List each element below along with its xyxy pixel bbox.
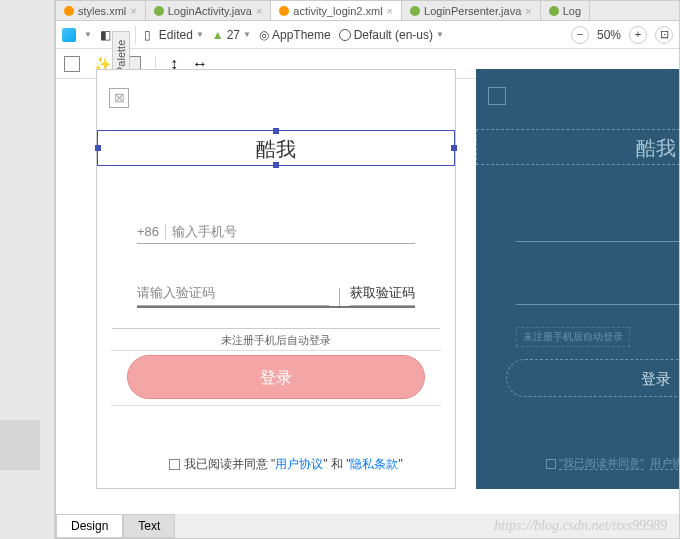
zoom-value: 50%	[597, 28, 621, 42]
text-tab[interactable]: Text	[123, 514, 175, 538]
phone-input-outline[interactable]	[516, 241, 679, 242]
theme-dropdown[interactable]: ◎AppTheme	[259, 28, 331, 42]
privacy-link[interactable]: 隐私条款	[350, 457, 398, 471]
missing-image-icon[interactable]	[488, 87, 506, 105]
xml-file-icon	[64, 6, 74, 16]
agree-mid: " 和 "	[323, 457, 350, 471]
user-protocol-link[interactable]: 用户协议	[275, 457, 323, 471]
verify-code-row: 请输入验证码 获取验证码	[137, 280, 415, 308]
login-button[interactable]: 登录	[127, 355, 425, 399]
theme-icon: ◎	[259, 28, 269, 42]
file-tab-loginactivity[interactable]: LoginActivity.java×	[146, 1, 272, 20]
auto-register-hint: 未注册手机后自动登录	[112, 328, 440, 348]
design-toolbar: ▼ ◧▼ ▯ Edited▼ ▲27▼ ◎AppTheme Default (e…	[56, 21, 679, 49]
agree-suffix: "	[398, 457, 402, 471]
phone-input[interactable]: +86 输入手机号	[137, 220, 415, 244]
title-text: 酷我	[256, 138, 296, 160]
login-label: 登录	[641, 370, 671, 387]
zoom-in-button[interactable]: +	[629, 26, 647, 44]
file-tab-activitylogin2[interactable]: activity_login2.xml×	[271, 1, 402, 20]
editor-mode-tabs: Design Text https://blog.csdn.net/ttxs99…	[56, 514, 679, 538]
get-code-button[interactable]: 获取验证码	[350, 284, 415, 306]
api-dropdown[interactable]: ▲27▼	[212, 28, 251, 42]
title-textview[interactable]: 酷我	[476, 129, 679, 165]
selection-handle[interactable]	[451, 145, 457, 151]
selection-handle[interactable]	[95, 145, 101, 151]
agree-checkbox[interactable]	[546, 459, 556, 469]
close-icon[interactable]: ×	[130, 5, 136, 17]
device-preview[interactable]: ⊠ 酷我 +86 输入手机号 请输入验证码 获取验证码 未注册手机后自动登录 登…	[96, 69, 456, 489]
java-file-icon	[410, 6, 420, 16]
watermark-text: https://blog.csdn.net/ttxs99989	[494, 518, 667, 534]
code-input-outline[interactable]	[516, 304, 679, 305]
chevron-down-icon: ▼	[196, 30, 204, 39]
file-tab-loginpresenter[interactable]: LoginPersenter.java×	[402, 1, 541, 20]
gutter-block	[0, 420, 40, 470]
separator	[339, 288, 340, 306]
phone-placeholder: 输入手机号	[172, 223, 237, 241]
theme-value: AppTheme	[272, 28, 331, 42]
zoom-fit-button[interactable]: ⊡	[655, 26, 673, 44]
file-tab-bar: styles.xml× LoginActivity.java× activity…	[56, 1, 679, 21]
globe-icon	[339, 29, 351, 41]
close-icon[interactable]: ×	[256, 5, 262, 17]
agreement-row: 我已阅读并同意 "用户协议" 和 "隐私条款"	[147, 456, 425, 473]
java-file-icon	[549, 6, 559, 16]
close-icon[interactable]: ×	[525, 5, 531, 17]
agree-text: 我已阅读并同意 "	[184, 457, 276, 471]
code-placeholder: 请输入验证码	[137, 285, 215, 300]
file-tab-styles[interactable]: styles.xml×	[56, 1, 146, 20]
file-tab-label: styles.xml	[78, 5, 126, 17]
edited-label: Edited	[159, 28, 193, 42]
title-textview[interactable]: 酷我	[97, 130, 455, 166]
file-tab-label: activity_login2.xml	[293, 5, 382, 17]
get-code-label: 获取验证码	[350, 285, 415, 300]
file-tab-label: LoginPersenter.java	[424, 5, 521, 17]
surface-select-icon[interactable]	[62, 28, 76, 42]
blueprint-preview[interactable]: 酷我 未注册手机后自动登录 登录 "我已阅读并同意" 用户协	[476, 69, 679, 489]
design-canvas[interactable]: ⊠ 酷我 +86 输入手机号 请输入验证码 获取验证码 未注册手机后自动登录 登…	[86, 59, 679, 508]
file-tab-label: LoginActivity.java	[168, 5, 252, 17]
agreement-row: "我已阅读并同意" 用户协	[546, 456, 679, 471]
selection-handle[interactable]	[273, 162, 279, 168]
chevron-down-icon: ▼	[436, 30, 444, 39]
edited-dropdown[interactable]: Edited▼	[159, 28, 204, 42]
login-label: 登录	[260, 369, 292, 386]
file-tab-label: Log	[563, 5, 581, 17]
agree-checkbox[interactable]	[169, 459, 180, 470]
layout-grid-icon[interactable]	[64, 56, 80, 72]
layout-editor: styles.xml× LoginActivity.java× activity…	[55, 0, 680, 539]
orientation-icon[interactable]: ◧	[100, 28, 111, 42]
locale-value: Default (en-us)	[354, 28, 433, 42]
design-tab[interactable]: Design	[56, 514, 123, 538]
chevron-down-icon[interactable]: ▼	[84, 30, 92, 39]
selection-handle[interactable]	[273, 128, 279, 134]
chevron-down-icon: ▼	[243, 30, 251, 39]
locale-dropdown[interactable]: Default (en-us)▼	[339, 28, 444, 42]
separator	[135, 26, 136, 44]
xml-file-icon	[279, 6, 289, 16]
api-value: 27	[227, 28, 240, 42]
device-icon[interactable]: ▯	[144, 28, 151, 42]
java-file-icon	[154, 6, 164, 16]
editor-gutter	[0, 0, 55, 539]
file-tab-log[interactable]: Log	[541, 1, 590, 20]
close-icon[interactable]: ×	[387, 5, 393, 17]
country-code-label: +86	[137, 224, 166, 239]
title-text: 酷我	[636, 137, 676, 159]
missing-image-icon[interactable]: ⊠	[109, 88, 129, 108]
login-button[interactable]: 登录	[506, 359, 679, 397]
zoom-out-button[interactable]: −	[571, 26, 589, 44]
android-icon: ▲	[212, 28, 224, 42]
auto-register-hint: 未注册手机后自动登录	[516, 327, 630, 347]
code-input[interactable]: 请输入验证码	[137, 284, 329, 306]
